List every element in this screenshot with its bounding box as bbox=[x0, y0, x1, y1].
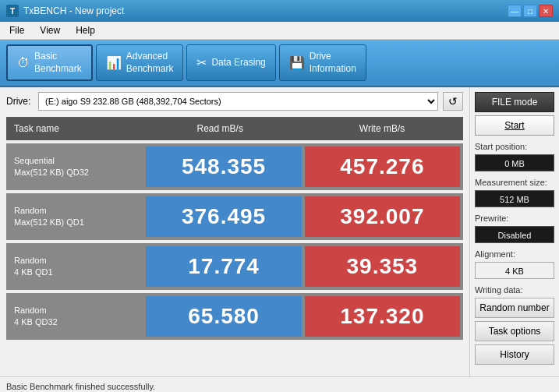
toolbar: ⏱ BasicBenchmark 📊 AdvancedBenchmark ✂ D… bbox=[0, 40, 559, 87]
file-mode-button[interactable]: FILE mode bbox=[475, 92, 554, 112]
content-area: Drive: (E:) aigo S9 232.88 GB (488,392,7… bbox=[0, 87, 559, 376]
measurement-size-label: Measurement size: bbox=[475, 178, 554, 187]
window-controls: — □ ✕ bbox=[508, 5, 553, 17]
read-value: 548.355 bbox=[146, 147, 301, 187]
start-position-value: 0 MB bbox=[475, 154, 554, 171]
tab-data-erasing-label: Data Erasing bbox=[211, 57, 265, 69]
maximize-button[interactable]: □ bbox=[523, 5, 537, 17]
read-value: 65.580 bbox=[146, 296, 301, 337]
measurement-size-value: 512 MB bbox=[475, 190, 554, 207]
write-value: 392.007 bbox=[305, 196, 460, 237]
col-header-task: Task name bbox=[6, 117, 139, 140]
table-row: Random4 KB QD32 65.580 137.320 bbox=[6, 293, 463, 340]
side-panel: FILE mode Start Start position: 0 MB Mea… bbox=[469, 87, 559, 376]
table-row: Random4 KB QD1 17.774 39.353 bbox=[6, 243, 463, 290]
table-row: SequentialMax(512 KB) QD32 548.355 457.2… bbox=[6, 143, 463, 190]
drive-row: Drive: (E:) aigo S9 232.88 GB (488,392,7… bbox=[6, 92, 463, 111]
tab-basic-benchmark[interactable]: ⏱ BasicBenchmark bbox=[6, 44, 93, 81]
menu-help[interactable]: Help bbox=[73, 23, 98, 37]
start-button[interactable]: Start bbox=[475, 115, 554, 136]
window-title: TxBENCH - New project bbox=[23, 5, 124, 16]
drive-icon: 💾 bbox=[289, 55, 305, 70]
col-header-write: Write mB/s bbox=[301, 117, 463, 140]
prewrite-value: Disabled bbox=[475, 226, 554, 243]
title-bar: T TxBENCH - New project — □ ✕ bbox=[0, 0, 559, 22]
writing-data-label: Writing data: bbox=[475, 285, 554, 295]
task-name: RandomMax(512 KB) QD1 bbox=[9, 202, 143, 232]
main-panel: Drive: (E:) aigo S9 232.88 GB (488,392,7… bbox=[0, 87, 469, 376]
status-text: Basic Benchmark finished successfully. bbox=[6, 382, 155, 391]
task-name: Random4 KB QD32 bbox=[9, 302, 143, 332]
menu-bar: File View Help bbox=[0, 22, 559, 40]
table-header: Task name Read mB/s Write mB/s bbox=[6, 117, 463, 140]
col-header-read: Read mB/s bbox=[139, 117, 301, 140]
tab-drive-information[interactable]: 💾 DriveInformation bbox=[279, 44, 366, 81]
close-button[interactable]: ✕ bbox=[539, 5, 553, 17]
prewrite-label: Prewrite: bbox=[475, 214, 554, 223]
start-position-label: Start position: bbox=[475, 142, 554, 151]
app-icon: T bbox=[6, 5, 19, 17]
menu-file[interactable]: File bbox=[6, 23, 27, 37]
drive-refresh-button[interactable]: ↺ bbox=[443, 92, 463, 111]
drive-select[interactable]: (E:) aigo S9 232.88 GB (488,392,704 Sect… bbox=[38, 92, 438, 111]
menu-view[interactable]: View bbox=[37, 23, 63, 37]
table-row: RandomMax(512 KB) QD1 376.495 392.007 bbox=[6, 193, 463, 240]
tab-data-erasing[interactable]: ✂ Data Erasing bbox=[186, 44, 275, 81]
alignment-value: 4 KB bbox=[475, 262, 554, 279]
write-value: 39.353 bbox=[305, 246, 460, 287]
task-name: SequentialMax(512 KB) QD32 bbox=[9, 152, 143, 182]
drive-label: Drive: bbox=[6, 96, 34, 107]
read-value: 17.774 bbox=[146, 246, 301, 287]
tab-drive-information-label: DriveInformation bbox=[310, 51, 356, 75]
table-body: SequentialMax(512 KB) QD32 548.355 457.2… bbox=[6, 143, 463, 340]
writing-data-button[interactable]: Random number bbox=[475, 298, 554, 318]
write-value: 457.276 bbox=[305, 147, 460, 187]
benchmark-table: Task name Read mB/s Write mB/s Sequentia… bbox=[6, 117, 463, 340]
read-value: 376.495 bbox=[146, 196, 301, 237]
task-options-button[interactable]: Task options bbox=[475, 321, 554, 341]
tab-advanced-benchmark-label: AdvancedBenchmark bbox=[126, 51, 174, 75]
history-button[interactable]: History bbox=[475, 344, 554, 365]
erase-icon: ✂ bbox=[196, 55, 207, 70]
status-bar: Basic Benchmark finished successfully. bbox=[0, 376, 559, 392]
tab-basic-benchmark-label: BasicBenchmark bbox=[34, 51, 82, 75]
write-value: 137.320 bbox=[305, 296, 460, 337]
alignment-label: Alignment: bbox=[475, 249, 554, 259]
minimize-button[interactable]: — bbox=[508, 5, 522, 17]
chart-icon: 📊 bbox=[106, 55, 122, 70]
clock-icon: ⏱ bbox=[17, 56, 30, 70]
tab-advanced-benchmark[interactable]: 📊 AdvancedBenchmark bbox=[96, 44, 184, 81]
task-name: Random4 KB QD1 bbox=[9, 252, 143, 282]
